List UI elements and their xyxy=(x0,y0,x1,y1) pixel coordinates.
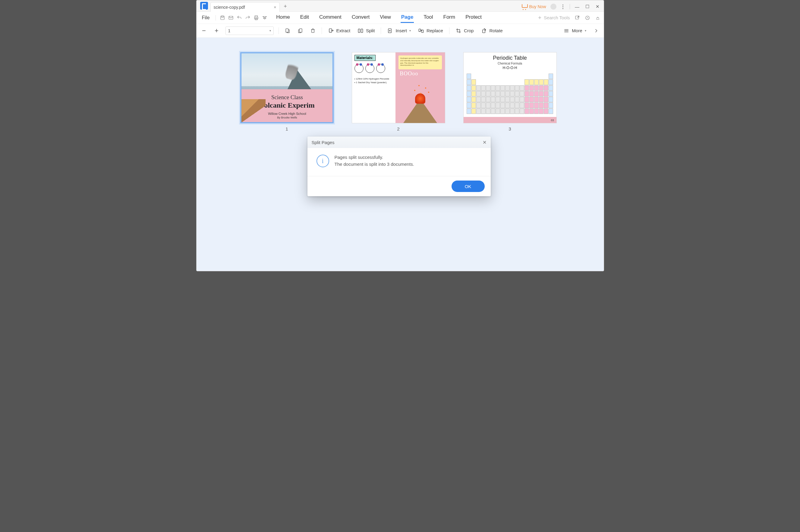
tab-form[interactable]: Form xyxy=(443,12,456,23)
thumb3-page-number: 03 xyxy=(551,119,554,122)
tab-close-icon[interactable]: × xyxy=(274,5,276,10)
thumb2-sticky-note: Hydrogen peroxide molecules are very uns… xyxy=(399,55,442,69)
mail-icon[interactable] xyxy=(228,15,234,21)
thumb2-right-panel: Hydrogen peroxide molecules are very uns… xyxy=(396,53,444,123)
extract-label: Extract xyxy=(337,28,350,33)
thumbnail-wrap: Science Class Volcanic Experim Willow Cr… xyxy=(240,52,334,131)
tab-tool[interactable]: Tool xyxy=(423,12,434,23)
quick-menu-icon[interactable] xyxy=(262,15,268,21)
search-placeholder: Search Tools xyxy=(544,15,570,20)
titlebar-divider xyxy=(570,4,570,10)
rotate-button[interactable]: Rotate xyxy=(480,26,504,35)
page-toolbar: − + 1 ▾ Extract Split Insert ▾ Replace xyxy=(196,24,604,38)
thumb3-subtitle: Chemical Formula xyxy=(463,62,556,65)
replace-label: Replace xyxy=(426,28,443,33)
dialog-ok-button[interactable]: OK xyxy=(452,180,485,192)
page-thumbnail-workspace: Science Class Volcanic Experim Willow Cr… xyxy=(196,38,604,271)
zoom-out-button[interactable]: − xyxy=(200,27,208,35)
info-icon: i xyxy=(317,155,329,167)
titlebar-right: Buy Now — ☐ ✕ xyxy=(522,4,604,12)
tab-bar: science-copy.pdf × + Buy Now — ☐ ✕ xyxy=(196,0,604,12)
thumb2-sparks-icon xyxy=(420,93,421,94)
split-button[interactable]: Split xyxy=(356,26,376,35)
menu-divider xyxy=(215,15,216,20)
svg-rect-15 xyxy=(419,29,420,31)
undo-icon[interactable] xyxy=(236,15,242,21)
share-icon[interactable] xyxy=(574,15,580,21)
svg-rect-13 xyxy=(361,29,363,33)
toolbar-divider xyxy=(449,27,450,34)
thumb2-materials-label: Materials: xyxy=(355,55,376,61)
dialog-titlebar: Split Pages ✕ xyxy=(307,136,491,148)
svg-rect-16 xyxy=(422,30,423,32)
thumb2-bullets: • 125ml 10% Hydrogen Peroxide • 1 Sachet… xyxy=(355,77,393,84)
file-menu[interactable]: File xyxy=(199,14,212,22)
thumbnail-wrap: Periodic Table Chemical Formula H-O-O-H … xyxy=(463,52,557,131)
tab-home[interactable]: Home xyxy=(275,12,290,23)
thumb1-title-panel: Science Class Volcanic Experim Willow Cr… xyxy=(242,89,332,122)
tab-edit[interactable]: Edit xyxy=(300,12,309,23)
tab-title: science-copy.pdf xyxy=(214,5,245,10)
search-tools-input[interactable]: ✦ Search Tools xyxy=(537,15,570,21)
dialog-title: Split Pages xyxy=(312,140,335,145)
cart-icon xyxy=(522,4,527,9)
zoom-in-button[interactable]: + xyxy=(213,27,221,35)
page-box-b-icon[interactable] xyxy=(296,27,304,35)
dialog-line2: The document is split into 3 documents. xyxy=(335,161,414,168)
window-maximize-button[interactable]: ☐ xyxy=(585,4,591,10)
thumb3-header: Periodic Table Chemical Formula H-O-O-H xyxy=(463,55,556,70)
page-box-a-icon[interactable] xyxy=(284,27,291,35)
page-number-input[interactable]: 1 ▾ xyxy=(226,26,274,35)
dialog-message: Pages split successfully. The document i… xyxy=(335,154,414,168)
collapse-ribbon-icon[interactable] xyxy=(595,15,601,21)
split-label: Split xyxy=(366,28,375,33)
more-label: More xyxy=(572,28,582,33)
dialog-close-button[interactable]: ✕ xyxy=(482,139,487,145)
print-icon[interactable] xyxy=(253,15,259,21)
overflow-right-icon[interactable] xyxy=(592,27,600,35)
replace-button[interactable]: Replace xyxy=(417,26,444,35)
buy-now-button[interactable]: Buy Now xyxy=(522,4,546,9)
page-thumbnail-3[interactable]: Periodic Table Chemical Formula H-O-O-H … xyxy=(463,52,557,123)
menubar-right: ✦ Search Tools xyxy=(537,15,601,21)
sparkle-icon: ✦ xyxy=(537,15,542,21)
tab-convert[interactable]: Convert xyxy=(351,12,370,23)
window-minimize-button[interactable]: — xyxy=(574,4,580,10)
insert-button[interactable]: Insert ▾ xyxy=(386,26,412,35)
insert-label: Insert xyxy=(396,28,407,33)
svg-rect-9 xyxy=(299,28,302,32)
kebab-menu-button[interactable] xyxy=(561,4,566,9)
toolbar-divider xyxy=(381,27,381,34)
extract-button[interactable]: Extract xyxy=(327,26,352,35)
tab-protect[interactable]: Protect xyxy=(465,12,482,23)
menu-bar: File Home Edit Comment Convert View Page… xyxy=(196,12,604,24)
cloud-sync-icon[interactable] xyxy=(585,15,591,21)
tab-page[interactable]: Page xyxy=(401,12,414,23)
split-pages-dialog: Split Pages ✕ i Pages split successfully… xyxy=(307,136,491,196)
new-tab-button[interactable]: + xyxy=(281,2,290,11)
thumbnail-number: 2 xyxy=(397,126,399,131)
svg-rect-10 xyxy=(311,29,314,32)
thumb3-title: Periodic Table xyxy=(463,55,556,61)
save-icon[interactable] xyxy=(220,15,226,21)
crop-button[interactable]: Crop xyxy=(454,26,475,35)
page-thumbnail-2[interactable]: Materials: • 125ml 10% Hydrogen Peroxide… xyxy=(352,52,445,123)
delete-page-icon[interactable] xyxy=(309,27,317,35)
chevron-down-icon: ▾ xyxy=(269,29,271,32)
rotate-label: Rotate xyxy=(489,28,502,33)
thumb1-diagram-icon xyxy=(240,99,266,123)
svg-rect-6 xyxy=(575,16,579,19)
svg-rect-2 xyxy=(229,16,233,19)
document-tab[interactable]: science-copy.pdf × xyxy=(210,2,280,12)
svg-rect-8 xyxy=(286,28,288,32)
user-avatar-icon[interactable] xyxy=(550,4,556,10)
window-close-button[interactable]: ✕ xyxy=(595,4,601,10)
svg-rect-1 xyxy=(222,16,223,18)
crop-label: Crop xyxy=(464,28,474,33)
redo-icon[interactable] xyxy=(245,15,251,21)
tab-comment[interactable]: Comment xyxy=(319,12,342,23)
page-thumbnail-1[interactable]: Science Class Volcanic Experim Willow Cr… xyxy=(240,52,334,123)
more-button[interactable]: More ▾ xyxy=(562,26,587,35)
thumb3-footer-bar xyxy=(463,117,556,123)
tab-view[interactable]: View xyxy=(379,12,392,23)
